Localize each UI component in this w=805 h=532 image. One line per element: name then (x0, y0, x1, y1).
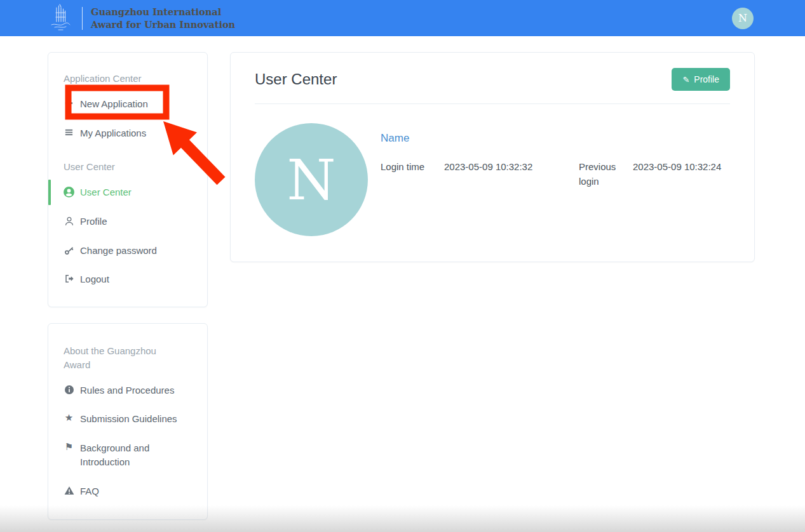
sidebar-item-profile[interactable]: Profile (48, 207, 207, 236)
user-center-card: User Center ✎ Profile N Name Login time … (230, 52, 755, 262)
sidebar-item-label: New Application (80, 97, 148, 111)
sidebar-item-logout[interactable]: Logout (48, 265, 207, 294)
sidebar-heading-user-center: User Center (48, 147, 207, 178)
brand-title-line2: Award for Urban Innovation (91, 18, 235, 31)
profile-button[interactable]: ✎ Profile (672, 68, 730, 91)
login-time-value: 2023-05-09 10:32:32 (444, 160, 579, 189)
user-avatar-large: N (255, 123, 368, 236)
brand[interactable]: Guangzhou International Award for Urban … (47, 4, 235, 33)
sidebar-item-label: Logout (80, 272, 109, 286)
user-summary: N Name Login time 2023-05-09 10:32:32 Pr… (231, 104, 754, 236)
previous-login-value: 2023-05-09 10:32:24 (633, 160, 730, 189)
sidebar-heading-application-center: Application Center (48, 59, 207, 90)
sidebar-item-rules-and-procedures[interactable]: Rules and Procedures (48, 376, 207, 405)
sidebar-item-label: Background and Introduction (80, 441, 182, 469)
person-circle-icon (64, 187, 74, 197)
login-info-row: Login time 2023-05-09 10:32:32 Previous … (381, 160, 730, 189)
main-card-header: User Center ✎ Profile (231, 53, 754, 91)
page-title: User Center (255, 70, 337, 88)
sidebar-item-user-center[interactable]: User Center (48, 178, 207, 207)
pencil-icon: ✎ (682, 75, 689, 84)
user-info: Name Login time 2023-05-09 10:32:32 Prev… (381, 123, 730, 236)
sidebar-item-label: User Center (80, 185, 132, 199)
sidebar-item-background-and-introduction[interactable]: ⚑ Background and Introduction (48, 434, 194, 477)
logout-icon (64, 274, 74, 284)
sidebar-item-submission-guidelines[interactable]: ★ Submission Guidelines (48, 404, 207, 434)
sidebar-item-change-password[interactable]: Change password (48, 236, 207, 265)
guangzhou-award-logo-icon (47, 4, 74, 33)
key-icon (64, 245, 74, 255)
flag-icon: ⚑ (64, 442, 74, 452)
sidebar-nav-card: Application Center New Application My Ap… (48, 52, 208, 307)
profile-button-label: Profile (694, 74, 719, 84)
sidebar-item-label: FAQ (80, 484, 99, 498)
top-header-bar: Guangzhou International Award for Urban … (0, 0, 805, 36)
brand-divider (82, 7, 83, 30)
sidebar-item-faq[interactable]: FAQ (48, 477, 207, 506)
plus-icon (64, 98, 74, 108)
sidebar-item-label: My Applications (80, 126, 146, 140)
list-icon (64, 128, 74, 137)
person-icon (64, 216, 74, 226)
brand-title: Guangzhou International Award for Urban … (91, 6, 235, 30)
previous-login-label: Previous login (579, 160, 633, 189)
star-icon: ★ (64, 413, 74, 423)
sidebar-item-label: Change password (80, 244, 157, 258)
user-name: Name (381, 132, 730, 145)
brand-title-line1: Guangzhou International (91, 6, 235, 18)
sidebar-about-card: About the Guangzhou Award Rules and Proc… (48, 323, 208, 520)
warning-triangle-icon (64, 486, 74, 496)
sidebar-item-new-application[interactable]: New Application (48, 90, 207, 119)
login-time-label: Login time (381, 160, 444, 189)
sidebar-item-label: Rules and Procedures (80, 383, 174, 397)
active-indicator-bar (48, 180, 51, 205)
sidebar-heading-about: About the Guangzhou Award (48, 331, 182, 376)
sidebar-item-my-applications[interactable]: My Applications (48, 119, 207, 148)
avatar-initial: N (287, 147, 336, 213)
sidebar-item-label: Submission Guidelines (80, 412, 177, 426)
avatar-initial: N (738, 12, 747, 24)
sidebar-item-label: Profile (80, 215, 107, 229)
info-circle-icon (64, 385, 74, 395)
sidebar: Application Center New Application My Ap… (48, 52, 208, 520)
main-panel: User Center ✎ Profile N Name Login time … (230, 52, 755, 262)
user-avatar-menu[interactable]: N (732, 8, 754, 29)
